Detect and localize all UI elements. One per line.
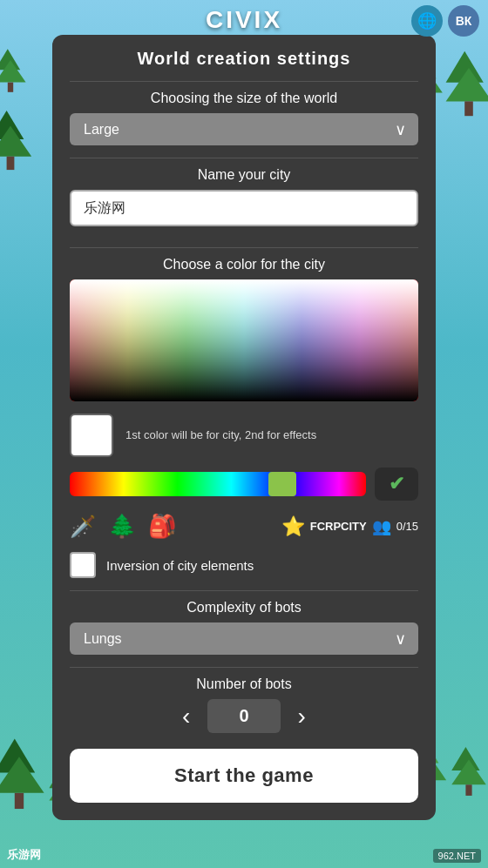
color-picker-label: Choose a color for the city bbox=[70, 257, 418, 273]
world-size-dropdown[interactable]: Small Medium Large Huge bbox=[70, 113, 418, 145]
divider-4 bbox=[70, 590, 418, 591]
divider-5 bbox=[70, 667, 418, 668]
hue-slider[interactable] bbox=[70, 472, 366, 496]
bots-number-label: Number of bots bbox=[70, 676, 418, 692]
hue-slider-row: ✔ bbox=[70, 468, 418, 501]
city-name-label: Name your city bbox=[70, 167, 418, 183]
language-button[interactable]: 🌐 bbox=[411, 5, 443, 37]
start-game-button[interactable]: Start the game bbox=[70, 749, 418, 803]
bots-complexity-dropdown-wrapper: Lungs Medium Hard ∨ bbox=[70, 622, 418, 655]
bots-count-display: 0 bbox=[207, 699, 280, 733]
checkmark-icon: ✔ bbox=[389, 473, 404, 495]
settings-panel: World creation settings Choosing the siz… bbox=[52, 35, 436, 820]
bag-icon[interactable]: 🎒 bbox=[148, 513, 176, 540]
players-count: 0/15 bbox=[396, 520, 418, 533]
inversion-row: Inversion of city elements bbox=[70, 552, 418, 578]
color-picker-container[interactable] bbox=[70, 279, 418, 401]
bots-complexity-label: Complexity of bots bbox=[70, 600, 418, 616]
players-icon: 👥 bbox=[372, 517, 391, 536]
globe-icon: 🌐 bbox=[417, 11, 437, 30]
game-code-badge: ⭐ FCRPCITY 👥 0/15 bbox=[281, 515, 418, 538]
city-name-input[interactable] bbox=[70, 190, 418, 226]
icon-row: 🗡️ 🌲 🎒 ⭐ FCRPCITY 👥 0/15 bbox=[70, 513, 418, 540]
bots-complexity-dropdown[interactable]: Lungs Medium Hard bbox=[70, 622, 418, 655]
watermark-left: 乐游网 bbox=[7, 847, 41, 863]
app-title: CIVIX bbox=[206, 6, 282, 34]
color-hint-text: 1st color will be for city, 2nd for effe… bbox=[125, 427, 316, 443]
panel-title: World creation settings bbox=[70, 49, 418, 69]
color-gradient-inner bbox=[70, 279, 418, 401]
divider-1 bbox=[70, 81, 418, 82]
star-icon: ⭐ bbox=[281, 515, 305, 538]
color-preview-row: 1st color will be for city, 2nd for effe… bbox=[70, 414, 418, 457]
app-header: CIVIX 🌐 ВК bbox=[0, 0, 488, 40]
inversion-label: Inversion of city elements bbox=[106, 558, 254, 573]
world-size-dropdown-wrapper: Small Medium Large Huge ∨ bbox=[70, 113, 418, 145]
color-gradient[interactable] bbox=[70, 279, 418, 401]
world-size-label: Choosing the size of the world bbox=[70, 91, 418, 106]
game-code-text: FCRPCITY bbox=[310, 520, 367, 533]
color-confirm-button[interactable]: ✔ bbox=[375, 468, 418, 501]
divider-3 bbox=[70, 247, 418, 248]
bots-increase-button[interactable]: › bbox=[298, 704, 306, 729]
color-swatch[interactable] bbox=[70, 414, 113, 457]
vk-button[interactable]: ВК bbox=[448, 5, 479, 37]
bots-number-row: ‹ 0 › bbox=[70, 699, 418, 733]
watermark-right: 962.NET bbox=[433, 849, 481, 863]
tree-icon[interactable]: 🌲 bbox=[108, 513, 136, 540]
divider-2 bbox=[70, 158, 418, 158]
sword-icon[interactable]: 🗡️ bbox=[70, 515, 96, 539]
vk-label: ВК bbox=[456, 14, 472, 28]
hue-thumb[interactable] bbox=[268, 472, 296, 496]
inversion-checkbox[interactable] bbox=[70, 552, 96, 578]
bots-decrease-button[interactable]: ‹ bbox=[182, 704, 190, 729]
